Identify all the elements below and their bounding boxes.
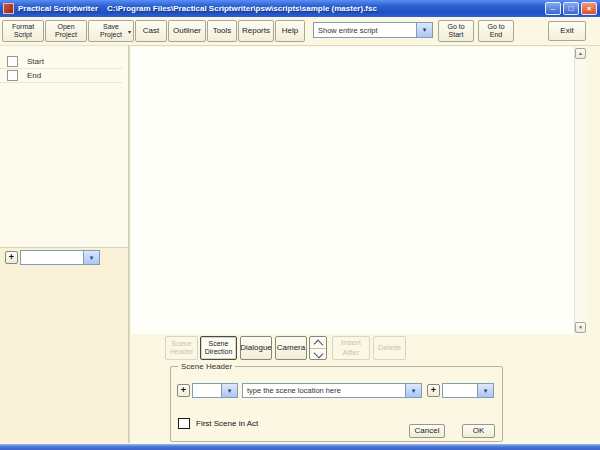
restore-button[interactable]: □ xyxy=(563,2,579,15)
scene-location-combo[interactable]: type the scene location here ▾ xyxy=(242,383,422,398)
first-scene-checkbox[interactable] xyxy=(178,418,190,429)
cancel-button[interactable]: Cancel xyxy=(409,424,445,438)
view-scope-combo[interactable]: Show entire script ▾ xyxy=(313,22,433,38)
dialogue-button[interactable]: Dialogue xyxy=(240,336,272,360)
window-controls: _ □ × xyxy=(545,2,597,15)
outline-panel: Start End xyxy=(0,45,128,247)
insert-element-combo[interactable]: ▾ xyxy=(20,250,100,265)
save-project-button[interactable]: Save Project ▾ xyxy=(88,20,134,42)
outline-item-label: End xyxy=(27,71,41,80)
go-to-start-button[interactable]: Go to Start xyxy=(438,20,474,42)
camera-button[interactable]: Camera xyxy=(275,336,307,360)
app-window: Practical ScriptwriterC:\Program Files\P… xyxy=(0,0,600,450)
scene-direction-button[interactable]: Scene Direction xyxy=(200,336,237,360)
open-project-button[interactable]: Open Project xyxy=(45,20,87,42)
view-scope-value: Show entire script xyxy=(314,26,416,35)
close-button[interactable]: × xyxy=(581,2,597,15)
outline-item-end[interactable]: End xyxy=(0,69,122,83)
tools-button[interactable]: Tools xyxy=(207,20,237,42)
chevron-down-icon[interactable]: ▾ xyxy=(83,251,99,264)
outline-list: Start End xyxy=(0,46,128,83)
move-up-button[interactable] xyxy=(310,337,326,348)
add-element-button[interactable]: + xyxy=(5,251,18,264)
outliner-button[interactable]: Outliner xyxy=(168,20,206,42)
cast-button[interactable]: Cast xyxy=(135,20,167,42)
go-to-end-button[interactable]: Go to End xyxy=(478,20,514,42)
chevron-down-icon[interactable]: ▾ xyxy=(477,384,493,397)
editor-scrollbar[interactable]: ▲ ▼ xyxy=(574,47,586,334)
scene-time-combo[interactable]: ▾ xyxy=(192,383,238,398)
move-down-button[interactable] xyxy=(310,348,326,360)
scroll-down-icon[interactable]: ▼ xyxy=(575,322,586,333)
insert-element-panel: + ▾ xyxy=(0,248,128,443)
move-element-control xyxy=(309,336,327,360)
ok-button[interactable]: OK xyxy=(462,424,495,438)
exit-button[interactable]: Exit xyxy=(548,21,586,41)
add-scene-time-button[interactable]: + xyxy=(177,384,190,397)
scene-suffix-combo[interactable]: ▾ xyxy=(442,383,494,398)
help-button[interactable]: Help xyxy=(275,20,305,42)
chevron-down-icon[interactable]: ▾ xyxy=(416,23,432,37)
groupbox-title: Scene Header xyxy=(178,362,235,371)
scroll-up-icon[interactable]: ▲ xyxy=(575,48,586,59)
panel-divider xyxy=(128,45,130,443)
checkbox[interactable] xyxy=(7,70,18,81)
reports-button[interactable]: Reports xyxy=(238,20,274,42)
chevron-down-icon[interactable]: ▾ xyxy=(405,384,421,397)
app-icon xyxy=(3,3,14,14)
scene-header-button[interactable]: Scene Header xyxy=(165,336,198,360)
script-editor-area[interactable]: ▲ ▼ xyxy=(131,47,586,334)
first-scene-label: First Scene in Act xyxy=(196,419,258,428)
save-menu-arrow-icon[interactable]: ▾ xyxy=(128,29,131,36)
scene-location-value: type the scene location here xyxy=(243,386,405,395)
window-title: Practical ScriptwriterC:\Program Files\P… xyxy=(18,4,377,13)
outline-item-start[interactable]: Start xyxy=(0,55,122,69)
titlebar: Practical ScriptwriterC:\Program Files\P… xyxy=(0,0,600,17)
chevron-down-icon[interactable]: ▾ xyxy=(221,384,237,397)
file-path: C:\Program Files\Practical Scriptwriter\… xyxy=(107,4,377,13)
app-name: Practical Scriptwriter xyxy=(18,4,98,13)
taskbar-edge xyxy=(0,444,600,450)
scene-header-groupbox: Scene Header + ▾ type the scene location… xyxy=(170,366,503,442)
add-scene-suffix-button[interactable]: + xyxy=(427,384,440,397)
minimize-button[interactable]: _ xyxy=(545,2,561,15)
insert-after-button[interactable]: Insert After xyxy=(332,336,370,360)
outline-item-label: Start xyxy=(27,57,44,66)
format-script-button[interactable]: Format Script xyxy=(2,20,44,42)
first-scene-row: First Scene in Act xyxy=(178,418,258,429)
checkbox[interactable] xyxy=(7,56,18,67)
toolbar: Format Script Open Project Save Project … xyxy=(0,17,600,46)
delete-button[interactable]: Delete xyxy=(373,336,406,360)
chevron-down-icon xyxy=(313,349,323,359)
